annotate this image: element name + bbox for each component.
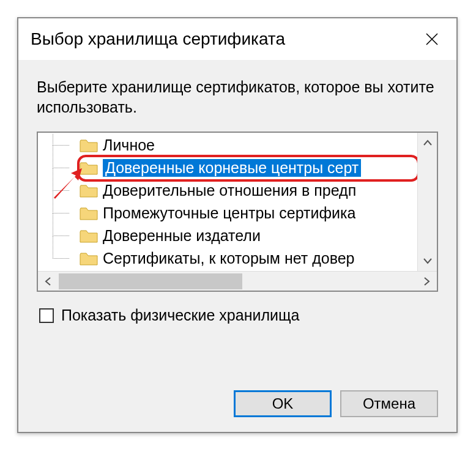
chevron-up-icon [423,139,432,146]
tree-connector-icon [49,224,80,247]
horizontal-scrollbar[interactable] [38,271,437,291]
tree-item-label: Промежуточные центры сертифика [103,204,355,222]
scroll-left-button[interactable] [38,272,58,291]
close-icon [425,32,439,46]
folder-icon [80,251,98,266]
scroll-thumb[interactable] [59,273,242,289]
tree-list: Личное Доверенные корневые центры серт Д… [38,133,417,271]
show-physical-stores-checkbox[interactable]: Показать физические хранилища [37,306,438,324]
cancel-button-label: Отмена [363,395,415,412]
ok-button-label: OK [272,395,294,412]
tree-connector-icon [49,157,80,179]
folder-icon [80,161,98,176]
scroll-right-button[interactable] [417,272,437,291]
folder-icon [80,206,98,221]
folder-icon [80,138,98,153]
tree-item-untrusted[interactable]: Сертификаты, к которым нет довер [38,247,417,270]
instruction-text: Выберите хранилище сертификатов, которое… [37,77,438,117]
tree-item-trusted-root[interactable]: Доверенные корневые центры серт [38,157,417,179]
close-button[interactable] [416,23,448,55]
tree-item-enterprise-trust[interactable]: Доверительные отношения в предп [38,179,417,202]
ok-button[interactable]: OK [234,390,332,417]
button-bar: OK Отмена [234,390,438,417]
tree-connector-icon [49,247,80,270]
tree-item-personal[interactable]: Личное [38,134,417,157]
cert-store-tree: Личное Доверенные корневые центры серт Д… [37,132,438,292]
cert-store-dialog: Выбор хранилища сертификата Выберите хра… [17,17,458,433]
tree-connector-icon [49,202,80,224]
tree-item-label: Сертификаты, к которым нет довер [103,250,355,267]
tree-item-label: Личное [103,136,155,154]
checkbox-label: Показать физические хранилища [61,306,299,324]
scroll-down-button[interactable] [418,251,437,271]
titlebar: Выбор хранилища сертификата [18,18,456,60]
dialog-title: Выбор хранилища сертификата [31,29,285,49]
chevron-down-icon [423,258,432,264]
vertical-scrollbar[interactable] [417,133,437,271]
tree-item-intermediate[interactable]: Промежуточные центры сертифика [38,202,417,224]
tree-connector-icon [49,179,80,202]
folder-icon [80,229,98,243]
cancel-button[interactable]: Отмена [340,390,438,417]
scroll-up-button[interactable] [418,133,437,152]
tree-item-label: Доверительные отношения в предп [103,182,356,199]
tree-item-trusted-publishers[interactable]: Доверенные издатели [38,224,417,247]
folder-icon [80,184,98,198]
tree-item-label: Доверенные издатели [103,227,261,245]
checkbox-box-icon [39,308,54,323]
chevron-right-icon [424,277,430,286]
chevron-left-icon [45,277,51,286]
tree-connector-icon [49,134,80,157]
tree-item-label: Доверенные корневые центры серт [103,159,361,177]
content-area: Выберите хранилище сертификатов, которое… [18,60,456,324]
